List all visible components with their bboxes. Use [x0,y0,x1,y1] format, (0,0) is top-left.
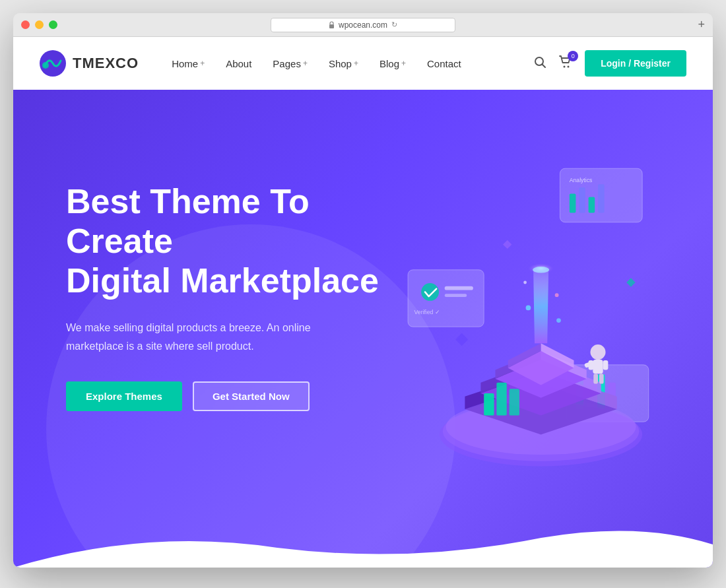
svg-rect-53 [496,383,506,416]
svg-rect-48 [603,360,609,370]
close-button[interactable] [21,20,30,29]
nav-menu: Home + About Pages + Shop + Blog + [172,58,533,69]
svg-rect-16 [445,294,467,297]
svg-point-41 [526,306,531,311]
svg-point-5 [564,66,566,68]
svg-point-44 [556,318,561,323]
svg-rect-0 [329,24,334,28]
svg-rect-10 [589,197,595,212]
nav-pages-label: Pages [273,58,301,69]
nav-item-shop[interactable]: Shop + [329,58,358,69]
nav-home-label: Home [172,58,198,69]
website-content: TMEXCO Home + About Pages + Shop + [13,37,713,568]
url-bar[interactable]: wpocean.com ↻ [271,18,455,32]
svg-point-14 [421,283,439,301]
hero-buttons: Explore Themes Get Started Now [66,381,409,411]
nav-item-about[interactable]: About [226,58,251,69]
get-started-button[interactable]: Get Started Now [193,381,310,411]
maximize-button[interactable] [49,20,57,29]
isometric-scene-svg: Analytics Verified ✓ [396,156,673,473]
svg-marker-38 [533,270,548,343]
nav-item-pages[interactable]: Pages + [273,58,308,69]
hero-section: Best Theme To Create Digital Marketplace… [13,90,713,568]
svg-point-6 [568,66,570,68]
minimize-button[interactable] [35,20,44,29]
svg-rect-46 [593,360,603,374]
svg-rect-8 [570,194,576,213]
svg-rect-54 [510,389,519,415]
svg-point-2 [42,62,49,69]
refresh-icon[interactable]: ↻ [391,20,397,29]
nav-pages-plus: + [303,59,308,68]
hero-subtitle: We make selling digital products a breez… [66,319,317,354]
nav-home-plus: + [200,59,205,68]
nav-blog-label: Blog [380,58,399,69]
svg-point-42 [555,293,559,297]
cart-badge: 0 [568,51,578,61]
nav-shop-label: Shop [329,58,352,69]
svg-marker-57 [503,240,512,249]
nav-blog-plus: + [401,59,406,68]
add-tab-button[interactable]: + [698,18,705,32]
svg-rect-13 [408,270,484,327]
hero-content: Best Theme To Create Digital Marketplace… [66,143,409,411]
svg-rect-11 [598,184,605,212]
svg-text:Verified ✓: Verified ✓ [414,309,440,315]
svg-rect-50 [599,374,604,383]
logo-icon [40,50,66,77]
navigation-bar: TMEXCO Home + About Pages + Shop + [13,37,713,90]
logo-text: TMEXCO [73,55,139,72]
svg-rect-49 [593,374,598,383]
nav-actions: 0 Login / Register [533,50,686,77]
logo[interactable]: TMEXCO [40,50,139,77]
svg-rect-9 [579,187,585,212]
hero-title: Best Theme To Create Digital Marketplace [66,182,409,300]
hero-title-line2: Digital Marketplace [66,261,379,300]
nav-shop-plus: + [354,59,358,68]
window-controls [21,20,57,29]
nav-item-home[interactable]: Home + [172,58,205,69]
browser-window: wpocean.com ↻ + TMEXCO Home + [13,13,713,568]
svg-point-40 [533,267,549,273]
svg-line-4 [543,64,546,67]
search-icon[interactable] [533,55,546,72]
url-text: wpocean.com [339,20,387,30]
svg-marker-56 [626,278,635,286]
hero-illustration: Analytics Verified ✓ [409,143,660,568]
svg-rect-15 [445,286,473,290]
lock-icon [329,21,335,28]
hero-title-line1: Best Theme To Create [66,182,310,260]
nav-about-label: About [226,58,251,69]
login-register-button[interactable]: Login / Register [585,50,686,77]
svg-marker-55 [455,333,468,346]
svg-point-45 [590,344,605,360]
svg-point-43 [523,281,527,284]
nav-contact-label: Contact [427,58,461,69]
titlebar: wpocean.com ↻ + [13,13,713,37]
svg-text:Analytics: Analytics [570,177,593,183]
nav-item-contact[interactable]: Contact [427,58,461,69]
nav-item-blog[interactable]: Blog + [380,58,406,69]
cart-button[interactable]: 0 [558,55,573,72]
explore-themes-button[interactable]: Explore Themes [66,381,182,411]
svg-rect-52 [484,393,494,416]
